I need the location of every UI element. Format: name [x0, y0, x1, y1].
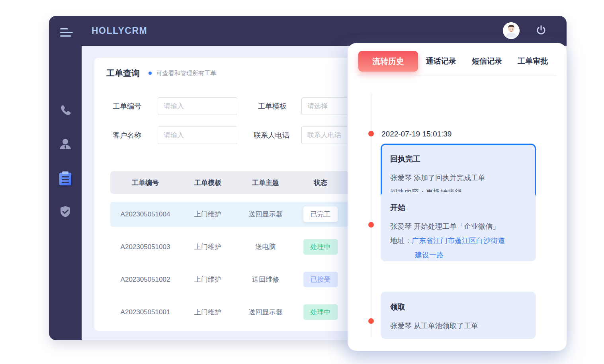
tab-sms-records[interactable]: 短信记录: [464, 56, 510, 66]
customer-name-input[interactable]: [158, 127, 237, 144]
tab-transfer-history[interactable]: 流转历史: [358, 51, 418, 72]
cell-order-id: A202305051003: [110, 243, 180, 251]
page-title: 工单查询: [106, 68, 140, 79]
topbar: HOLLYCRM: [49, 16, 567, 46]
power-logout-icon[interactable]: [536, 25, 547, 36]
history-detail-panel: 流转历史 通话记录 短信记录 工单审批 2022-07-19 15:01:39 …: [348, 43, 567, 351]
cell-template: 上门维护: [180, 275, 235, 284]
cell-order-id: A202305051002: [110, 276, 180, 284]
timeline-card-title: 回执完工: [390, 154, 526, 164]
status-badge: 已完工: [303, 206, 338, 222]
timeline-card-title: 开始: [390, 202, 526, 213]
timeline-dot: [368, 318, 374, 324]
address-label: 地址：: [390, 237, 412, 245]
cell-order-id: A202305051004: [110, 210, 180, 218]
timeline-dot: [368, 131, 374, 136]
filter-label-template: 工单模板: [258, 97, 287, 115]
cell-subject: 送回显示器: [235, 210, 296, 219]
tabs-divider: [358, 76, 557, 76]
cell-template: 上门维护: [180, 308, 235, 317]
page-subtitle: 可查看和管理所有工单: [156, 70, 216, 77]
hamburger-menu-icon[interactable]: [60, 28, 74, 38]
timeline-card-line: 张爱琴 从工单池领取了工单: [390, 319, 526, 333]
timeline-card-start[interactable]: 开始 张爱琴 开始处理工单「企业微信」 地址：广东省江门市蓬江区白沙街道建设一路: [381, 192, 536, 261]
sidebar-item-security[interactable]: [59, 205, 72, 218]
timeline-card-address: 地址：广东省江门市蓬江区白沙街道建设一路: [390, 234, 526, 262]
tab-call-records[interactable]: 通话记录: [418, 56, 464, 66]
tab-order-approval[interactable]: 工单审批: [510, 56, 556, 66]
status-badge: 处理中: [303, 239, 338, 255]
subtitle-dot: [149, 72, 152, 75]
timeline-card-line: 张爱琴 添加了回执并完成工单: [390, 171, 526, 185]
cell-subject: 送回显示器: [235, 308, 296, 317]
panel-tabs: 流转历史 通话记录 短信记录 工单审批: [358, 51, 556, 72]
sidebar-item-contacts[interactable]: [59, 137, 72, 151]
order-id-input[interactable]: [158, 97, 237, 115]
filter-label-customer: 客户名称: [113, 127, 141, 144]
col-header-order-id: 工单编号: [110, 178, 180, 187]
brand-logo: HOLLYCRM: [92, 25, 147, 36]
work-order-icon: [59, 173, 71, 185]
address-link[interactable]: 广东省江门市蓬江区白沙街道建设一路: [412, 237, 505, 259]
timeline-card-line: 张爱琴 开始处理工单「企业微信」: [390, 219, 526, 234]
timeline-timestamp: 2022-07-19 15:01:39: [381, 130, 452, 138]
sidebar: [49, 46, 82, 340]
sidebar-item-work-orders[interactable]: [59, 172, 72, 186]
col-header-subject: 工单主题: [235, 178, 296, 187]
cell-subject: 送回维修: [235, 275, 296, 284]
filter-label-contact-phone: 联系人电话: [254, 127, 289, 144]
timeline-line: [371, 93, 371, 337]
screenshot-stage: HOLLYCRM: [0, 0, 604, 364]
sidebar-item-phone[interactable]: [59, 104, 72, 117]
cell-subject: 送电脑: [235, 242, 296, 251]
cell-template: 上门维护: [180, 242, 235, 251]
status-badge: 已接受: [303, 272, 338, 287]
user-avatar[interactable]: [503, 22, 520, 39]
status-badge: 处理中: [303, 304, 338, 320]
timeline-dot: [368, 222, 374, 228]
cell-order-id: A202305051001: [110, 308, 180, 316]
filter-label-order-id: 工单编号: [113, 97, 141, 115]
col-header-status: 状态: [296, 178, 345, 187]
cell-template: 上门维护: [180, 210, 235, 219]
timeline-card-title: 领取: [390, 302, 526, 312]
col-header-template: 工单模板: [180, 178, 235, 187]
timeline-card-claimed[interactable]: 领取 张爱琴 从工单池领取了工单: [381, 292, 536, 339]
